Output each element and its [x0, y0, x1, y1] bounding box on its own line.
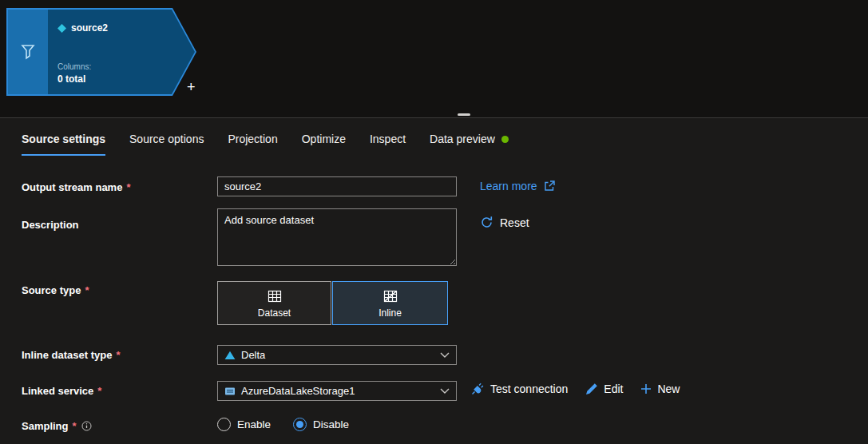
delta-icon — [224, 351, 236, 360]
sampling-disable-option[interactable]: Disable — [293, 418, 349, 431]
add-transformation-button[interactable]: + — [187, 80, 196, 94]
external-link-icon — [544, 180, 555, 192]
source-type-dataset-button[interactable]: Dataset — [217, 281, 331, 325]
source-node[interactable]: source2 Columns: 0 total — [6, 8, 196, 96]
tab-data-preview[interactable]: Data preview — [430, 133, 509, 156]
new-button[interactable]: New — [640, 383, 680, 395]
required-marker: * — [73, 420, 77, 432]
inline-dataset-type-dropdown[interactable]: Delta — [217, 345, 457, 365]
source-node-body: source2 Columns: 0 total — [8, 10, 195, 94]
sampling-radio-group: Enable Disable — [217, 418, 349, 431]
description-textarea[interactable]: Add source dataset — [217, 208, 457, 266]
tab-inspect[interactable]: Inspect — [370, 133, 406, 156]
learn-more-link[interactable]: Learn more — [480, 180, 555, 192]
source-type-inline-button[interactable]: Inline — [332, 281, 448, 325]
plug-icon — [470, 382, 485, 396]
edit-button[interactable]: Edit — [585, 383, 623, 395]
output-stream-name-input[interactable] — [217, 176, 457, 196]
required-marker: * — [97, 385, 101, 397]
reset-button[interactable]: Reset — [480, 216, 529, 229]
reset-icon — [480, 216, 493, 229]
node-name: source2 — [71, 22, 108, 34]
test-connection-button[interactable]: Test connection — [470, 382, 568, 396]
inline-dataset-type-label: Inline dataset type * — [22, 349, 120, 361]
radio-unselected[interactable] — [217, 418, 231, 431]
table-icon — [267, 288, 283, 304]
source-type-label: Source type * — [22, 284, 89, 296]
dataflow-canvas[interactable]: source2 Columns: 0 total + — [0, 0, 868, 118]
linked-service-label: Linked service * — [22, 385, 101, 397]
pencil-icon — [585, 383, 598, 395]
chevron-down-icon — [440, 388, 450, 394]
node-title: source2 — [57, 22, 108, 34]
columns-value: 0 total — [57, 73, 91, 85]
tab-optimize[interactable]: Optimize — [302, 133, 346, 156]
plus-icon — [640, 383, 652, 394]
required-marker: * — [116, 349, 120, 361]
panel-resize-handle[interactable] — [458, 113, 470, 116]
data-preview-status-dot — [501, 136, 509, 143]
settings-tabbar: Source settings Source options Projectio… — [22, 133, 509, 156]
columns-caption: Columns: — [57, 62, 91, 71]
required-marker: * — [85, 284, 89, 296]
table-slash-icon — [382, 288, 398, 304]
linked-service-dropdown[interactable]: AzureDataLakeStorage1 — [217, 381, 457, 401]
tab-source-options[interactable]: Source options — [129, 133, 204, 156]
data-lake-storage-icon — [224, 386, 236, 397]
chevron-down-icon — [440, 352, 450, 358]
dataset-diamond-icon — [57, 24, 66, 33]
sampling-label: Sampling * — [22, 420, 92, 432]
required-marker: * — [126, 181, 130, 193]
info-icon[interactable] — [81, 421, 92, 431]
description-label: Description — [22, 219, 79, 231]
output-stream-name-label: Output stream name * — [22, 181, 130, 193]
source-node-strip — [8, 10, 48, 94]
funnel-source-icon — [20, 43, 36, 61]
node-columns: Columns: 0 total — [57, 62, 91, 85]
sampling-enable-option[interactable]: Enable — [217, 418, 271, 431]
tab-source-settings[interactable]: Source settings — [22, 133, 105, 156]
tab-projection[interactable]: Projection — [228, 133, 277, 156]
radio-selected[interactable] — [293, 418, 307, 431]
linked-service-actions: Test connection Edit New — [470, 382, 680, 396]
